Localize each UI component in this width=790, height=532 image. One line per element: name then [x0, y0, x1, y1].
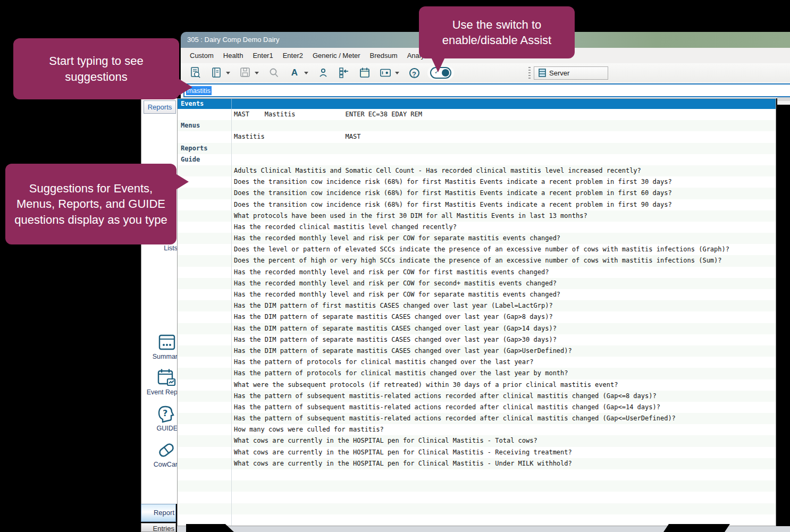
suggestion-row[interactable]: What cows are currently in the HOSPITAL …	[178, 458, 776, 469]
suggestion-row[interactable]: Has the pattern of protocols for clinica…	[178, 368, 776, 379]
suggestion-row[interactable]: Has the recorded monthly level and risk …	[178, 267, 776, 278]
toolbar: A ? ✓ Server	[181, 63, 790, 83]
save-icon[interactable]	[239, 66, 251, 79]
entries-collapsed-bar[interactable]: Entries	[141, 523, 176, 532]
suggestions-panel: Events MAST Mastitis ENTER EC=38 EDAY RE…	[177, 98, 776, 526]
suggestion-text: Has the pattern of subsequent mastitis-r…	[231, 391, 657, 402]
suggestion-row[interactable]: Does the level or pattern of elevated SC…	[178, 244, 776, 255]
report-preview-icon[interactable]	[190, 66, 201, 79]
suggestion-row[interactable]: Does the transition cow incidence risk (…	[178, 188, 776, 199]
suggestion-row[interactable]: Has the DIM pattern of separate mastitis…	[178, 345, 776, 357]
suggestion-category-label	[178, 402, 231, 413]
suggestion-row[interactable]: Has the pattern of subsequent mastitis-r…	[178, 413, 776, 424]
suggestion-row[interactable]: MAST Mastitis ENTER EC=38 EDAY REM	[178, 109, 776, 120]
help-icon[interactable]: ?	[408, 66, 420, 79]
search-row: mastitis	[181, 82, 790, 98]
suggestion-row-empty	[178, 492, 776, 503]
suggestion-text: Does the percent of high or very high SC…	[231, 255, 722, 266]
search-input[interactable]: mastitis	[183, 83, 790, 97]
menu-item-enter1[interactable]: Enter1	[248, 48, 278, 63]
server-button[interactable]: Server	[534, 66, 608, 80]
suggestion-row[interactable]: How many cows were culled for mastitis?	[178, 424, 776, 435]
suggestion-category-label	[178, 267, 231, 278]
suggestion-text: Has the recorded clinical mastitis level…	[231, 222, 457, 233]
font-dropdown-caret[interactable]	[304, 72, 308, 74]
suggestions-header: Events	[178, 99, 776, 109]
suggestion-row[interactable]: Has the DIM pattern of separate mastitis…	[178, 311, 776, 323]
suggestion-text: Does the level or pattern of elevated SC…	[231, 244, 729, 255]
sidebar-item-cowcard[interactable]: CowCar	[141, 441, 178, 468]
suggestion-text: Does the transition cow incidence risk (…	[231, 199, 672, 210]
suggestion-text: What cows are currently in the HOSPITAL …	[231, 447, 572, 458]
suggestion-category-label	[178, 514, 231, 526]
suggestion-text: Has the recorded monthly level and risk …	[231, 267, 549, 278]
suggestion-row[interactable]: What cows are currently in the HOSPITAL …	[178, 447, 776, 458]
sidebar-item-guide[interactable]: ? GUIDE	[141, 404, 178, 432]
menu-item-health[interactable]: Health	[218, 48, 248, 63]
server-label: Server	[549, 69, 569, 77]
suggestion-row[interactable]: Does the percent of high or very high SC…	[178, 255, 776, 266]
suggestion-category-label	[178, 289, 231, 300]
display-box-icon[interactable]	[380, 66, 391, 79]
suggestion-row-empty: Reports	[178, 143, 776, 154]
sidebar-item-label: Event Rep	[147, 389, 178, 396]
suggestion-row[interactable]: Has the pattern of subsequent mastitis-r…	[178, 391, 776, 402]
event-reports-icon	[156, 368, 177, 387]
display-dropdown-caret[interactable]	[395, 72, 399, 74]
suggestion-row[interactable]: Has the recorded monthly level and risk …	[178, 278, 776, 289]
suggestion-text: Has the DIM pattern of first mastitis CA…	[231, 300, 553, 311]
help-glyph: ?	[409, 68, 419, 78]
suggestion-row[interactable]: Does the transition cow incidence risk (…	[178, 176, 776, 188]
sidebar-item-summaries[interactable]: Summar	[141, 334, 178, 360]
notebook-dropdown-caret[interactable]	[226, 72, 230, 74]
suggestion-row[interactable]: What cows are currently in the HOSPITAL …	[178, 435, 776, 446]
suggestion-text: Does the transition cow incidence risk (…	[231, 176, 672, 188]
search-icon[interactable]	[268, 66, 280, 79]
suggestion-row[interactable]: Has the recorded clinical mastitis level…	[178, 222, 776, 233]
suggestion-category-label	[178, 323, 231, 334]
suggestion-row[interactable]: What were the subsequent protocols (if r…	[178, 379, 776, 391]
suggestion-text: Has the pattern of subsequent mastitis-r…	[231, 402, 660, 413]
callout-text: Suggestions for Events, Menus, Reports, …	[9, 181, 173, 227]
suggestion-text: Adults Clinical Mastitis and Somatic Cel…	[231, 165, 641, 176]
calendar-icon[interactable]	[359, 66, 371, 79]
save-dropdown-caret[interactable]	[255, 72, 259, 74]
suggestion-category-label	[178, 255, 231, 266]
suggestion-row[interactable]: Has the recorded monthly level and risk …	[178, 289, 776, 300]
suggestion-category-label	[178, 131, 231, 142]
suggestion-row-empty	[178, 480, 776, 492]
suggestion-row[interactable]: Has the pattern of protocols for clinica…	[178, 357, 776, 368]
suggestion-row-empty: Guide	[178, 154, 776, 165]
suggestion-category-label	[178, 424, 231, 435]
menu-item-custom[interactable]: Custom	[185, 48, 218, 63]
suggestion-row[interactable]: What protocols have been used in the fir…	[178, 210, 776, 222]
report-collapsed-bar[interactable]: Report	[141, 504, 176, 522]
person-icon[interactable]	[317, 66, 329, 79]
toolbar-grip-handle[interactable]	[528, 67, 531, 79]
menu-item-generic-meter[interactable]: Generic / Meter	[308, 48, 365, 63]
suggestion-row[interactable]: Has the DIM pattern of first mastitis CA…	[178, 300, 776, 311]
suggestion-row-empty	[178, 503, 776, 514]
sidebar-item-event-reports[interactable]: Event Rep	[141, 368, 178, 396]
menu-item-bredsum[interactable]: Bredsum	[365, 48, 402, 63]
tab-reports[interactable]: Reports	[144, 100, 176, 114]
menu-item-enter2[interactable]: Enter2	[278, 48, 308, 63]
suggestion-category-label: Reports	[178, 143, 231, 154]
suggestion-row-empty	[178, 469, 776, 480]
suggestion-row[interactable]: Has the DIM pattern of separate mastitis…	[178, 323, 776, 334]
suggestion-text: Has the pattern of protocols for clinica…	[231, 368, 568, 379]
font-icon[interactable]: A	[289, 66, 300, 79]
suggestion-row[interactable]: Has the DIM pattern of separate mastitis…	[178, 334, 776, 345]
sidebar-item-label: Summar	[153, 353, 178, 360]
filter-columns-icon[interactable]	[338, 66, 350, 79]
suggestion-row[interactable]: Adults Clinical Mastitis and Somatic Cel…	[178, 165, 776, 176]
suggestion-row[interactable]: Does the transition cow incidence risk (…	[178, 199, 776, 210]
suggestion-text: Does the transition cow incidence risk (…	[231, 188, 672, 199]
suggestion-text: How many cows were culled for mastitis?	[231, 424, 384, 435]
notebook-icon[interactable]	[211, 66, 222, 79]
window-fragment	[777, 101, 790, 105]
suggestion-row[interactable]: Mastitis MAST	[178, 131, 776, 142]
reports-sidebar: Reports Lists Summar Event Rep ? GUIDE C…	[141, 98, 177, 504]
suggestion-row[interactable]: Has the recorded monthly level and risk …	[178, 233, 776, 244]
suggestion-row[interactable]: Has the pattern of subsequent mastitis-r…	[178, 402, 776, 413]
